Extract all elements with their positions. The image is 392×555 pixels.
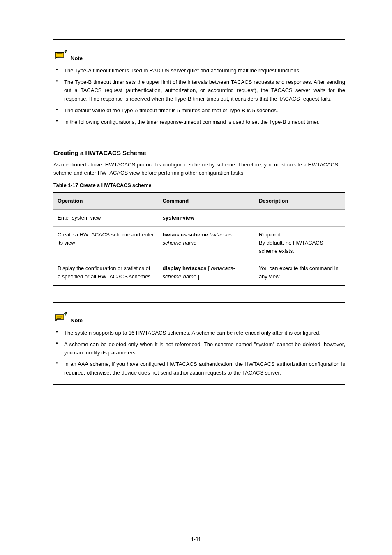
top-note-list: The Type-A timeout timer is used in RADI… (53, 67, 345, 126)
svg-rect-4 (55, 314, 64, 319)
note-label: Note (71, 54, 83, 62)
note-icon (53, 312, 68, 325)
bottom-note-end-rule (53, 384, 345, 385)
table-header-command: Command (159, 192, 255, 210)
table-header-description: Description (255, 192, 345, 210)
bottom-note-block: Note The system supports up to 16 HWTACA… (53, 312, 345, 377)
section-intro: As mentioned above, HWTACACS protocol is… (53, 161, 345, 177)
table-caption: Table 1-17 Create a HWTACACS scheme (53, 182, 345, 190)
cmd-keyword: hwtacacs scheme (163, 231, 208, 238)
note-end-rule (53, 134, 345, 134)
note-label: Note (71, 317, 83, 325)
bottom-note-list: The system supports up to 16 HWTACACS sc… (53, 329, 345, 377)
list-item: The Type-A timeout timer is used in RADI… (53, 67, 345, 75)
list-item: The system supports up to 16 HWTACACS sc… (53, 329, 345, 337)
cmd-keyword: system-view (163, 215, 194, 221)
list-item: The default value of the Type-A timeout … (53, 106, 345, 115)
table-header-operation: Operation (53, 192, 159, 210)
section-heading: Creating a HWTACACS Scheme (53, 148, 345, 157)
cmd-keyword: display hwtacacs (163, 265, 207, 271)
cell-description: Required By default, no HWTACACS scheme … (255, 227, 345, 260)
cell-description: — (255, 210, 345, 227)
table-row: Display the configuration or statistics … (53, 260, 345, 285)
list-item: A scheme can be deleted only when it is … (53, 340, 345, 357)
note-icon (53, 49, 68, 62)
cell-operation: Create a HWTACACS scheme and enter its v… (53, 227, 159, 260)
cmd-plain: [ (207, 265, 211, 271)
cmd-plain: ] (196, 273, 199, 280)
cell-operation: Enter system view (53, 210, 159, 227)
cell-description: You can execute this command in any view (255, 260, 345, 285)
top-note-block: Note The Type-A timeout timer is used in… (53, 49, 345, 126)
svg-rect-0 (55, 52, 64, 57)
cell-command: hwtacacs scheme hwtacacs-scheme-name (159, 227, 255, 260)
table-row: Create a HWTACACS scheme and enter its v… (53, 227, 345, 260)
bottom-note-start-rule (53, 302, 345, 303)
top-rule (53, 39, 345, 40)
cell-command: system-view (159, 210, 255, 227)
cell-operation: Display the configuration or statistics … (53, 260, 159, 285)
list-item: The Type-B timeout timer sets the upper … (53, 78, 345, 103)
command-table: Operation Command Description Enter syst… (53, 192, 345, 286)
list-item: In an AAA scheme, if you have configured… (53, 360, 345, 377)
list-item: In the following configurations, the tim… (53, 118, 345, 126)
table-row: Enter system view system-view — (53, 210, 345, 227)
cell-command: display hwtacacs [ hwtacacs-scheme-name … (159, 260, 255, 285)
page-number: 1-31 (0, 536, 392, 543)
